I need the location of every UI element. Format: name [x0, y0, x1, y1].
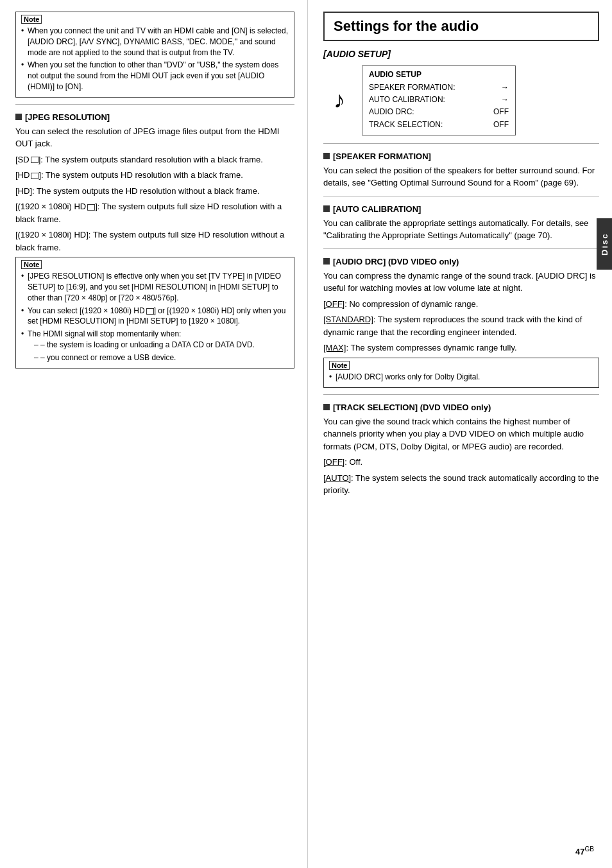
page: Note When you connect the unit and TV wi…: [0, 0, 612, 868]
audio-drc-note: Note [AUDIO DRC] works only for Dolby Di…: [323, 358, 599, 388]
track-off-underline: [OFF]: [323, 457, 344, 467]
jpeg-intro: You can select the resolution of JPEG im…: [15, 125, 294, 150]
side-tab: Disc: [597, 218, 612, 270]
track-auto-underline: [AUTO]: [323, 473, 351, 483]
menu-row-speaker: SPEAKER FORMATION: →: [369, 82, 509, 94]
jpeg-1080: [(1920 × 1080i) HD]: The system outputs …: [15, 229, 294, 254]
track-selection-intro: You can give the sound track which conta…: [323, 415, 599, 453]
page-number: 47GB: [575, 846, 594, 856]
note-box-2: Note [JPEG RESOLUTION] is effective only…: [15, 257, 294, 368]
menu-box: AUDIO SETUP SPEAKER FORMATION: → AUTO CA…: [362, 65, 516, 135]
audio-drc-note-list: [AUDIO DRC] works only for Dolby Digital…: [329, 372, 593, 383]
drc-standard-underline: [STANDARD]: [323, 315, 373, 324]
menu-label-track: TRACK SELECTION:: [369, 119, 443, 131]
note-list-2: [JPEG RESOLUTION] is effective only when…: [21, 271, 289, 363]
jpeg-hd: [HD]: The system outputs the HD resoluti…: [15, 185, 294, 198]
hd-square: [31, 173, 38, 179]
sub-item: – the system is loading or unloading a D…: [34, 340, 289, 351]
music-note-icon: ♪: [323, 87, 355, 114]
audio-drc-note-label: Note: [329, 361, 350, 370]
menu-value-speaker: →: [501, 82, 509, 94]
note-item: [JPEG RESOLUTION] is effective only when…: [21, 271, 289, 303]
main-title-box: Settings for the audio: [323, 12, 599, 41]
track-auto: [AUTO]: The system selects the sound tra…: [323, 472, 599, 497]
note-item: The HDMI signal will stop momentarily wh…: [21, 329, 289, 363]
audio-drc-standard: [STANDARD]: The system reproduces the so…: [323, 313, 599, 338]
menu-row-drc: AUDIO DRC: OFF: [369, 106, 509, 118]
note-label-1: Note: [21, 15, 42, 24]
menu-value-drc: OFF: [493, 106, 509, 118]
jpeg-sd: [SD]: The system outputs standard resolu…: [15, 153, 294, 166]
left-column: Note When you connect the unit and TV wi…: [0, 0, 308, 868]
section-square-icon-drc: [323, 258, 330, 265]
section-square-icon: [15, 114, 22, 120]
audio-setup-menu: ♪ AUDIO SETUP SPEAKER FORMATION: → AUTO …: [323, 65, 599, 135]
note-list-1: When you connect the unit and TV with an…: [21, 26, 289, 92]
sub-title: [AUDIO SETUP]: [323, 49, 599, 59]
main-title: Settings for the audio: [334, 18, 589, 35]
note-item: When you set the function to other than …: [21, 60, 289, 92]
note-label-2: Note: [21, 260, 42, 269]
track-off: [OFF]: Off.: [323, 456, 599, 469]
auto-calibration-heading: [AUTO CALIBRATION]: [323, 204, 599, 214]
audio-drc-intro: You can compress the dynamic range of th…: [323, 270, 599, 295]
audio-drc-max: [MAX]: The system compresses dynamic ran…: [323, 342, 599, 354]
menu-value-auto: →: [501, 94, 509, 106]
speaker-formation-heading: [SPEAKER FORMATION]: [323, 152, 599, 161]
divider-r1: [323, 143, 599, 144]
sub-item: – you connect or remove a USB device.: [34, 352, 289, 363]
menu-label-speaker: SPEAKER FORMATION:: [369, 82, 455, 94]
menu-label-auto: AUTO CALIBRATION:: [369, 94, 445, 106]
drc-max-underline: [MAX]: [323, 343, 346, 352]
jpeg-resolution-heading: [JPEG RESOLUTION]: [15, 112, 294, 122]
sub-list: – the system is loading or unloading a D…: [28, 340, 289, 363]
audio-drc-heading: [AUDIO DRC] (DVD VIDEO only): [323, 257, 599, 266]
jpeg-1080-box: [(1920 × 1080i) HD]: The system outputs …: [15, 200, 294, 225]
divider-1: [15, 104, 294, 105]
jpeg-hd-box: [HD]: The system outputs HD resolution w…: [15, 169, 294, 182]
sd-square: [31, 157, 38, 163]
section-square-icon-ts: [323, 404, 330, 410]
menu-row-track: TRACK SELECTION: OFF: [369, 119, 509, 131]
page-suffix: GB: [585, 846, 594, 853]
right-column: Settings for the audio [AUDIO SETUP] ♪ A…: [308, 0, 612, 868]
menu-value-track: OFF: [493, 119, 509, 131]
divider-r3: [323, 248, 599, 249]
note-box-1: Note When you connect the unit and TV wi…: [15, 12, 294, 98]
1080-square: [87, 204, 95, 211]
auto-calibration-text: You can calibrate the appropriate settin…: [323, 217, 599, 242]
section-square-icon-ac: [323, 205, 330, 212]
section-square-icon-sf: [323, 153, 330, 159]
note-sq: [146, 308, 154, 315]
speaker-formation-text: You can select the position of the speak…: [323, 164, 599, 189]
menu-title: AUDIO SETUP: [369, 70, 509, 79]
note-item: When you connect the unit and TV with an…: [21, 26, 289, 58]
track-selection-heading: [TRACK SELECTION] (DVD VIDEO only): [323, 403, 599, 412]
menu-row-auto: AUTO CALIBRATION: →: [369, 94, 509, 106]
divider-r2: [323, 196, 599, 196]
note-item: You can select [(1920 × 1080i) HD] or [(…: [21, 306, 289, 327]
divider-r4: [323, 394, 599, 395]
audio-drc-off: [OFF]: No compression of dynamic range.: [323, 298, 599, 311]
note-item: [AUDIO DRC] works only for Dolby Digital…: [329, 372, 593, 383]
drc-off-underline: [OFF]: [323, 299, 344, 309]
menu-label-drc: AUDIO DRC:: [369, 106, 414, 118]
